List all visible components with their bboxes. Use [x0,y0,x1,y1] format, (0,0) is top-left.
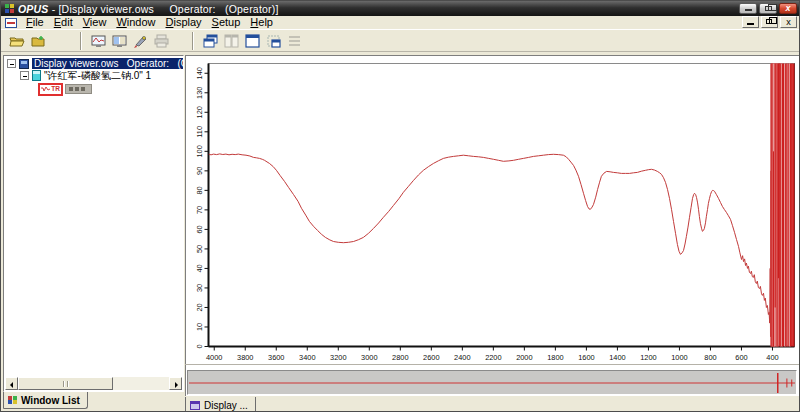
svg-text:4000: 4000 [206,353,222,362]
window-list-button [284,31,305,50]
mdi-close-button[interactable]: x [780,16,797,28]
cascade-windows-button[interactable] [200,31,221,50]
svg-text:120: 120 [195,106,204,118]
open-file-button[interactable] [6,31,27,50]
menu-bar: File Edit View Window Display Setup Help… [1,16,800,29]
tree-row-file[interactable]: "许红军-磷酸氢二钠.0" 1 [20,70,183,81]
load-file-button[interactable] [27,31,48,50]
app-name: OPUS [18,3,49,15]
display-tab-label: Display ... [204,400,248,411]
tab-display[interactable]: Display ... [185,397,256,412]
svg-text:50: 50 [195,245,204,253]
svg-text:60: 60 [195,225,204,233]
svg-text:3200: 3200 [330,353,346,362]
monitor-split-icon [112,34,128,48]
spectrum-file-icon [32,70,41,81]
tile-windows-button [221,31,242,50]
svg-text:1800: 1800 [547,353,563,362]
svg-text:2000: 2000 [516,353,532,362]
svg-text:3800: 3800 [237,353,253,362]
display-tab-icon [190,401,200,410]
svg-text:140: 140 [195,67,204,79]
menu-view[interactable]: View [78,16,112,29]
toolbar [1,29,800,52]
tile-windows-icon [224,34,240,48]
tab-window-list[interactable]: Window List [3,392,88,409]
svg-text:30: 30 [195,284,204,292]
svg-text:1000: 1000 [671,353,687,362]
svg-text:100: 100 [195,145,204,157]
scrollbar-track[interactable] [113,377,169,390]
open-folder-icon [9,34,25,48]
window-title: OPUS - [Display viewer.ows Operator: (Op… [18,3,279,15]
minimize-button[interactable] [739,3,757,14]
scrollbar-thumb[interactable] [18,377,113,390]
window-title-rest: - [Display viewer.ows Operator: (Operato… [49,3,279,15]
display-spectrum-button[interactable] [88,31,109,50]
collapse-icon[interactable] [20,71,29,80]
title-bar: OPUS - [Display viewer.ows Operator: (Op… [1,1,800,16]
scroll-right-button[interactable] [169,377,182,390]
svg-text:10: 10 [195,323,204,331]
mdi-minimize-button[interactable] [742,16,759,28]
transmittance-block-label: TR [51,86,60,92]
tree-row-workspace[interactable]: Display viewer.ows Operator: (Operator) [7,58,183,69]
opus-window: OPUS - [Display viewer.ows Operator: (Op… [0,0,800,412]
collapse-icon[interactable] [7,59,16,68]
window-list-tab-label: Window List [21,395,80,406]
transmittance-block-icon[interactable]: TR [38,83,63,96]
svg-text:1400: 1400 [609,353,625,362]
svg-text:20: 20 [195,303,204,311]
svg-text:2800: 2800 [392,353,408,362]
svg-text:3000: 3000 [361,353,377,362]
mini-spectrum-icon [41,86,50,93]
maximize-window-icon [245,34,261,48]
maximize-window-button[interactable] [242,31,263,50]
quick-start-button[interactable] [130,31,151,50]
data-block-extra [65,84,92,94]
overview-trace [188,371,796,394]
scroll-left-button[interactable] [5,377,18,390]
workspace-tree: Display viewer.ows Operator: (Operator) … [4,56,183,96]
tree-row-datablock[interactable]: TR [38,82,183,96]
workspace-label[interactable]: Display viewer.ows Operator: (Operator) [32,58,184,69]
menu-edit[interactable]: Edit [49,16,78,29]
svg-text:600: 600 [735,353,747,362]
restore-window-icon [266,34,282,48]
svg-text:3600: 3600 [268,353,284,362]
svg-text:1200: 1200 [640,353,656,362]
document-icon[interactable] [5,18,17,28]
svg-text:90: 90 [195,167,204,175]
spectrum-overview-strip[interactable] [187,370,797,395]
printer-icon [154,34,170,48]
menu-window[interactable]: Window [111,16,160,29]
print-button [151,31,172,50]
window-list-tab-icon [8,396,17,405]
svg-text:40: 40 [195,264,204,272]
list-icon [287,34,303,48]
menu-file[interactable]: File [21,16,49,29]
toolbar-separator [80,32,82,50]
folder-icon [30,34,46,48]
svg-text:1600: 1600 [578,353,594,362]
restore-button[interactable] [759,3,777,14]
close-button[interactable]: x [779,3,797,14]
menu-help[interactable]: Help [245,16,278,29]
svg-text:2200: 2200 [485,353,501,362]
spectrum-file-label[interactable]: "许红军-磷酸氢二钠.0" 1 [44,69,151,83]
spectrum-plot[interactable]: 4000380036003400320030002800260024002200… [187,56,799,368]
svg-text:70: 70 [195,206,204,214]
menu-display[interactable]: Display [161,16,207,29]
display-windows-button[interactable] [109,31,130,50]
svg-text:0: 0 [195,344,204,348]
svg-text:2400: 2400 [454,353,470,362]
browser-panel: Display viewer.ows Operator: (Operator) … [3,55,184,392]
svg-text:2600: 2600 [423,353,439,362]
svg-text:80: 80 [195,186,204,194]
restore-window-button[interactable] [263,31,284,50]
tree-horizontal-scrollbar[interactable] [5,377,182,390]
mdi-restore-button[interactable] [761,16,778,28]
monitor-spectrum-icon [91,34,107,48]
menu-setup[interactable]: Setup [207,16,246,29]
svg-text:130: 130 [195,87,204,99]
